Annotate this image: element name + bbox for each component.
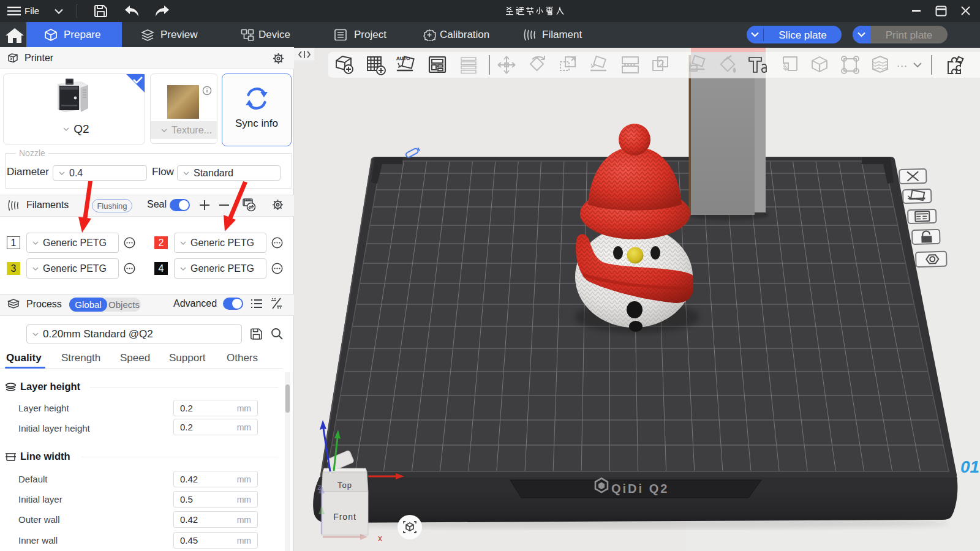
svg-text:Top: Top <box>337 481 352 490</box>
svg-text:Front: Front <box>333 512 356 522</box>
svg-text:z: z <box>317 482 322 492</box>
svg-text:x: x <box>378 533 382 543</box>
svg-text:01: 01 <box>960 457 979 476</box>
svg-text:QiDi Q2: QiDi Q2 <box>611 482 669 495</box>
